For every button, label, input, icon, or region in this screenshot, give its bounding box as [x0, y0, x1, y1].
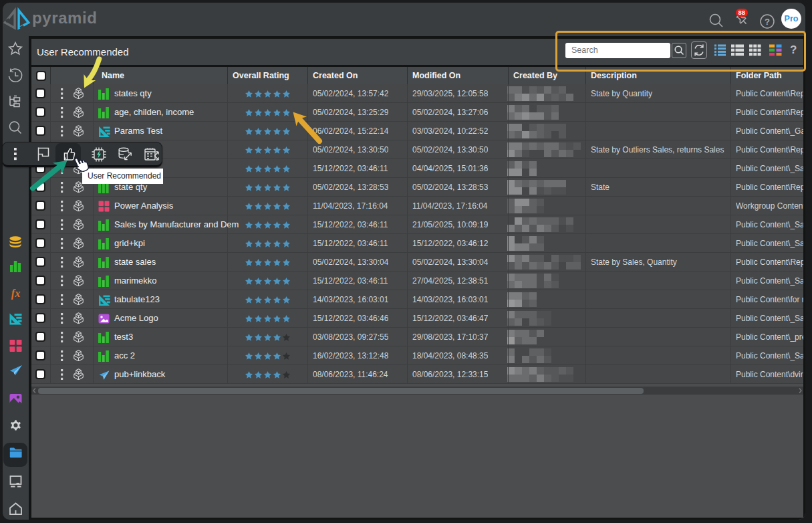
- svg-text:?: ?: [765, 17, 770, 27]
